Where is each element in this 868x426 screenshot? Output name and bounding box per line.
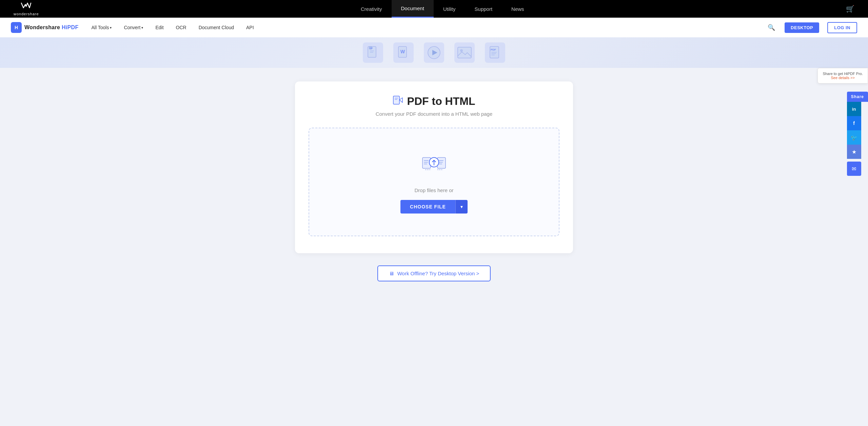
tool-header: PDF to HTML Convert your PDF document in… — [309, 95, 559, 117]
top-nav-right: 🛒 — [846, 5, 854, 13]
twitter-icon: 🐦 — [851, 134, 857, 141]
chevron-down-icon: ▾ — [141, 26, 143, 30]
svg-rect-13 — [491, 52, 497, 53]
desktop-button[interactable]: DESKTOP — [785, 22, 819, 33]
choose-file-dropdown-button[interactable]: ▾ — [455, 200, 468, 214]
chevron-down-icon: ▾ — [110, 26, 112, 30]
wondershare-logo-icon — [21, 2, 32, 12]
nav-link-creativity[interactable]: Creativity — [351, 0, 392, 18]
upload-icon — [420, 151, 448, 179]
share-panel: Share in f 🐦 ★ ✉ — [847, 92, 868, 176]
search-button[interactable]: 🔍 — [766, 22, 776, 33]
share-label: Share — [847, 92, 868, 102]
choose-file-wrapper: CHOOSE FILE ▾ — [400, 200, 468, 214]
sec-nav-edit[interactable]: Edit — [153, 23, 165, 32]
cart-icon[interactable]: 🛒 — [846, 5, 854, 13]
hipdf-brand-text: Wondershare HiPDF — [24, 24, 79, 31]
svg-rect-4 — [370, 52, 373, 53]
drop-zone[interactable]: Drop files here or CHOOSE FILE ▾ — [309, 128, 559, 236]
share-bookmark-button[interactable]: ★ — [847, 145, 861, 159]
share-promo: Share to get HiPDF Pro. See details >> — [817, 68, 868, 84]
sec-nav-all-tools[interactable]: All Tools ▾ — [90, 23, 114, 32]
svg-text:W: W — [400, 49, 405, 54]
svg-rect-3 — [370, 51, 374, 51]
illus-image — [454, 42, 475, 63]
nav-link-support[interactable]: Support — [465, 0, 502, 18]
drop-zone-text: Drop files here or — [414, 187, 453, 193]
linkedin-icon: in — [852, 107, 856, 112]
illus-zip: ZIP — [363, 42, 383, 63]
top-nav-logo: wondershare — [14, 2, 39, 16]
share-facebook-button[interactable]: f — [847, 116, 861, 130]
hero-banner: ZIP W P — [0, 37, 868, 68]
login-button[interactable]: LOG IN — [827, 22, 857, 33]
svg-rect-16 — [393, 96, 399, 104]
illus-pdf: PDF — [485, 42, 505, 63]
svg-text:ZIP: ZIP — [370, 47, 373, 49]
search-icon: 🔍 — [768, 24, 775, 31]
illus-play — [424, 42, 444, 63]
top-nav: wondershare Creativity Document Utility … — [0, 0, 868, 18]
wondershare-logo-text: wondershare — [14, 12, 39, 16]
svg-point-10 — [460, 49, 463, 52]
share-linkedin-button[interactable]: in — [847, 102, 861, 116]
hero-illustrations: ZIP W P — [363, 42, 505, 63]
chevron-down-icon: ▾ — [460, 204, 463, 209]
star-icon: ★ — [852, 149, 856, 155]
share-promo-link[interactable]: See details >> — [831, 76, 855, 80]
svg-rect-24 — [439, 160, 443, 161]
desktop-version-button[interactable]: 🖥 Work Offline? Try Desktop Version > — [377, 265, 491, 281]
svg-rect-14 — [491, 53, 496, 54]
top-nav-links: Creativity Document Utility Support News — [351, 0, 534, 18]
email-icon: ✉ — [852, 166, 856, 172]
tool-card: PDF to HTML Convert your PDF document in… — [295, 81, 573, 253]
sec-nav-document-cloud[interactable]: Document Cloud — [197, 23, 236, 32]
svg-rect-26 — [439, 164, 442, 164]
sec-nav-api[interactable]: API — [244, 23, 256, 32]
svg-rect-18 — [395, 99, 397, 100]
svg-rect-17 — [395, 98, 398, 98]
monitor-icon: 🖥 — [389, 271, 394, 276]
sec-nav-ocr[interactable]: OCR — [174, 23, 189, 32]
facebook-icon: f — [853, 121, 855, 126]
offline-btn-wrapper: 🖥 Work Offline? Try Desktop Version > — [295, 265, 573, 281]
illus-word: W — [393, 42, 414, 63]
pdf-html-icon — [393, 95, 403, 108]
sec-nav-convert[interactable]: Convert ▾ — [122, 23, 145, 32]
choose-file-button[interactable]: CHOOSE FILE — [400, 200, 455, 214]
secondary-nav: H Wondershare HiPDF All Tools ▾ Convert … — [0, 18, 868, 37]
tool-title: PDF to HTML — [309, 95, 559, 108]
tool-subtitle: Convert your PDF document into a HTML we… — [309, 111, 559, 117]
svg-text:PDF: PDF — [491, 48, 496, 51]
svg-rect-15 — [491, 55, 495, 55]
svg-rect-20 — [424, 160, 429, 161]
nav-link-news[interactable]: News — [502, 0, 534, 18]
svg-rect-9 — [458, 47, 471, 58]
svg-rect-21 — [424, 162, 428, 163]
svg-rect-25 — [439, 162, 443, 163]
share-twitter-button[interactable]: 🐦 — [847, 130, 861, 145]
brand-logo[interactable]: H Wondershare HiPDF — [11, 22, 79, 33]
share-email-button[interactable]: ✉ — [847, 162, 861, 176]
hipdf-logo-icon: H — [11, 22, 22, 33]
nav-link-utility[interactable]: Utility — [434, 0, 465, 18]
svg-rect-22 — [424, 164, 427, 164]
main-content: PDF to HTML Convert your PDF document in… — [288, 68, 580, 302]
nav-link-document[interactable]: Document — [392, 0, 434, 18]
